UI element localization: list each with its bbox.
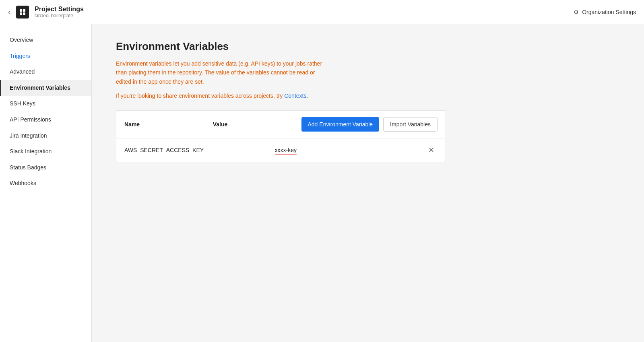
project-info: Project Settings circleci-boilerplate: [35, 6, 84, 19]
col-value-header: Value: [213, 121, 301, 128]
value-text: xxxx-key: [275, 147, 297, 153]
import-variables-button[interactable]: Import Variables: [383, 117, 438, 132]
env-vars-table: Name Value Add Environment Variable Impo…: [116, 110, 446, 162]
table-actions: Add Environment Variable Import Variable…: [301, 117, 438, 132]
sidebar-item-status-badges[interactable]: Status Badges: [0, 160, 91, 176]
sidebar-item-ssh-keys[interactable]: SSH Keys: [0, 96, 91, 112]
delete-env-var-button[interactable]: ✕: [425, 145, 438, 155]
sidebar-item-slack-integration[interactable]: Slack Integration: [0, 144, 91, 160]
back-button[interactable]: ‹: [8, 8, 10, 16]
project-subtitle: circleci-boilerplate: [35, 13, 84, 19]
description: Environment variables let you add sensit…: [116, 59, 325, 86]
back-icon: ‹: [8, 8, 10, 16]
add-env-var-button[interactable]: Add Environment Variable: [301, 117, 380, 132]
red-underline: [275, 154, 297, 155]
sidebar: Overview Triggers Advanced Environment V…: [0, 24, 92, 342]
env-var-name: AWS_SECRET_ACCESS_KEY: [124, 147, 275, 153]
contexts-note: If you're looking to share environment v…: [116, 93, 620, 99]
sidebar-item-triggers[interactable]: Triggers: [0, 48, 91, 64]
main-content: Environment Variables Environment variab…: [92, 24, 644, 342]
sidebar-item-environment-variables[interactable]: Environment Variables: [0, 80, 91, 96]
svg-rect-3: [23, 12, 25, 15]
page-title: Environment Variables: [116, 40, 620, 53]
gear-icon: ⚙: [574, 9, 579, 15]
contexts-note-prefix: If you're looking to share environment v…: [116, 93, 284, 99]
table-header: Name Value Add Environment Variable Impo…: [116, 111, 446, 138]
sidebar-item-jira-integration[interactable]: Jira Integration: [0, 128, 91, 144]
header: ‹ Project Settings circleci-boilerplate …: [0, 0, 644, 24]
contexts-link[interactable]: Contexts: [284, 93, 306, 99]
project-icon: [16, 6, 29, 19]
sidebar-item-advanced[interactable]: Advanced: [0, 64, 91, 80]
sidebar-item-api-permissions[interactable]: API Permissions: [0, 112, 91, 128]
header-left: ‹ Project Settings circleci-boilerplate: [8, 6, 84, 19]
svg-rect-2: [20, 12, 22, 15]
col-name-header: Name: [124, 121, 213, 128]
sidebar-item-webhooks[interactable]: Webhooks: [0, 175, 91, 192]
layout: Overview Triggers Advanced Environment V…: [0, 24, 644, 342]
svg-rect-0: [20, 9, 22, 12]
sidebar-item-overview[interactable]: Overview: [0, 32, 91, 48]
org-settings-label: Organization Settings: [582, 9, 636, 15]
value-display: xxxx-key: [275, 147, 297, 153]
svg-rect-1: [23, 9, 25, 12]
project-title: Project Settings: [35, 6, 84, 13]
env-var-value: xxxx-key: [275, 147, 425, 153]
org-settings-link[interactable]: ⚙ Organization Settings: [574, 9, 636, 15]
contexts-note-suffix: .: [306, 93, 308, 99]
table-row: AWS_SECRET_ACCESS_KEY xxxx-key ✕: [116, 138, 446, 162]
